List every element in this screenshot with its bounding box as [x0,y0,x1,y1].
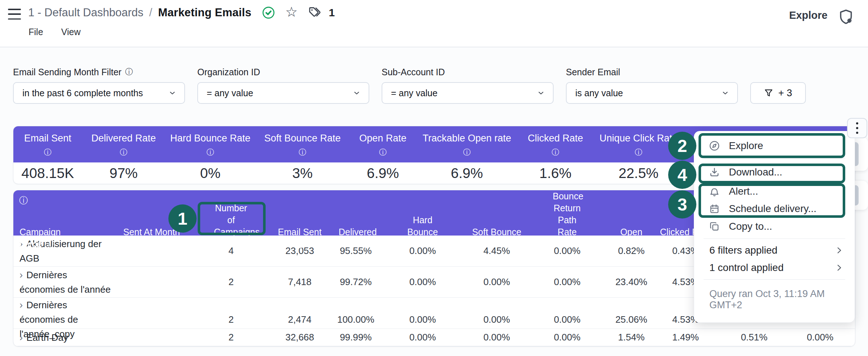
shield-gear-icon[interactable] [837,8,855,26]
info-icon: ⓘ [45,239,54,249]
menu-item-download[interactable]: Download... [694,162,855,183]
column-header-delivered-rate[interactable]: Delivered Rate ⓘ [330,190,382,255]
menu-item-explore[interactable]: Explore [694,136,855,156]
compass-icon [709,140,720,152]
email-sending-month-select[interactable]: in the past 6 complete months [13,82,185,104]
expand-chevron-icon[interactable]: › [20,332,23,343]
info-icon[interactable]: ⓘ [19,195,28,206]
info-icon[interactable]: ⓘ [125,67,133,77]
kpi-value-delivered-rate: 97% [82,165,165,181]
menu-file[interactable]: File [29,27,43,37]
top-bar: 1 - Default Dashboards / Marketing Email… [0,0,868,47]
filter-bar: Email Sending Month Filter ⓘ in the past… [13,67,806,104]
menu-divider [704,158,845,159]
kpi-header-clicked-rate: Clicked Rateⓘ [517,126,593,162]
kpi-header-email-sent: Email Sentⓘ [13,126,82,162]
filter-label: Email Sending Month Filter ⓘ [13,67,185,77]
menu-item-filters-applied[interactable]: 6 filters applied [694,242,855,259]
column-header-open-rate[interactable]: Open Rate ⓘ [604,190,658,255]
chevron-right-icon [834,263,844,272]
column-header-email-sent[interactable]: Email Sent ⓘ [270,190,330,255]
menu-item-alert[interactable]: Alert... [694,183,855,200]
hamburger-menu-icon[interactable] [8,9,21,20]
kpi-value-clicked-rate: 1.6% [517,165,593,181]
column-header-campaign-name[interactable]: Campaign name ⓘ [13,190,111,255]
query-timestamp: Query ran Oct 3, 11:19 AM GMT+2 [694,283,855,311]
info-icon: ⓘ [362,239,371,249]
filter-group-sub-account-id: Sub-Account ID = any value [382,67,554,104]
info-icon[interactable]: ⓘ [44,147,52,157]
tag-count: 1 [329,7,335,19]
table-row[interactable]: ›Earth Day 2 32,668 99.99% 0.00% 0.00% 0… [13,329,855,346]
breadcrumb-root[interactable]: 1 - Default Dashboards [28,6,143,19]
info-icon: ⓘ [681,239,690,249]
more-filters-button[interactable]: + 3 [750,82,806,104]
info-icon[interactable]: ⓘ [120,147,128,157]
tile-options-kebab-button[interactable] [847,118,867,138]
column-header-soft-bounce-rate[interactable]: Soft Bounce Rate ⓘ [463,190,530,255]
kpi-value-email-sent: 408.15K [13,165,82,181]
page-title: Marketing Emails [158,6,251,19]
info-icon[interactable]: ⓘ [552,147,559,157]
column-header-bounce-return-path-rate[interactable]: Bounce Return Path Rate ⓘ [530,190,604,255]
chevron-down-icon [353,89,361,97]
filter-group-email-sending-month: Email Sending Month Filter ⓘ in the past… [13,67,185,104]
info-icon: ⓘ [429,239,438,249]
info-icon[interactable]: ⓘ [207,147,214,157]
sort-desc-icon: ↓ [229,239,233,249]
kpi-header-delivered-rate: Delivered Rateⓘ [82,126,165,162]
dashboard-page: 1 - Default Dashboards / Marketing Email… [0,0,868,356]
column-header-hard-bounce-rate[interactable]: Hard Bounce Rate ⓘ [382,190,463,255]
filter-label: Sender Email [566,67,738,77]
favorite-star-icon[interactable]: ☆ [285,5,298,19]
info-icon: ⓘ [503,239,512,249]
filter-label: Organization ID [197,67,369,77]
info-icon[interactable]: ⓘ [299,147,306,157]
info-icon[interactable]: ⓘ [463,147,471,157]
column-header-sent-at-month[interactable]: Sent At Month ⓘ [111,190,192,255]
menu-divider [704,238,845,239]
info-icon: ⓘ [563,239,572,249]
kpi-header-trackable-open-rate: Trackable Open rateⓘ [416,126,517,162]
organization-id-select[interactable]: = any value [197,82,369,104]
filter-group-sender-email: Sender Email is any value [566,67,738,104]
menu-divider [704,279,845,280]
calendar-icon [709,203,720,215]
menu-item-controls-applied[interactable]: 1 control applied [694,259,855,276]
expand-chevron-icon[interactable]: › [20,300,23,310]
tile-context-menu: Explore Download... Alert... Schedule de… [694,131,855,323]
app-menubar: File View [29,27,81,37]
kpi-value-unique-click-rate: 22.5% [593,165,684,181]
kpi-value-hard-bounce-rate: 0% [165,165,255,181]
info-icon[interactable]: ⓘ [379,147,387,157]
funnel-icon [764,88,773,98]
bell-icon [709,186,720,197]
info-icon: ⓘ [147,239,156,249]
sender-email-select[interactable]: is any value [566,82,738,104]
expand-chevron-icon[interactable]: › [20,270,23,280]
kpi-value-trackable-open-rate: 6.9% [416,165,517,181]
filter-group-organization-id: Organization ID = any value [197,67,369,104]
menu-item-copy-to[interactable]: Copy to... [694,217,855,236]
info-icon: ⓘ [637,239,646,249]
chevron-down-icon [537,89,545,97]
kpi-header-hard-bounce-rate: Hard Bounce Rateⓘ [165,126,255,162]
column-header-number-of-campaigns[interactable]: Number of Campaigns ↓ [192,190,270,255]
tags-icon[interactable] [308,6,322,19]
menu-item-schedule-delivery[interactable]: Schedule delivery... [694,200,855,217]
copy-icon [709,221,720,232]
info-icon[interactable]: ⓘ [635,147,643,157]
kpi-header-unique-click-rate: Unique Click Rateⓘ [593,126,684,162]
menu-view[interactable]: View [61,27,81,37]
sub-account-id-select[interactable]: = any value [382,82,554,104]
chevron-down-icon [721,89,729,97]
explore-link[interactable]: Explore [789,9,828,21]
kpi-value-open-rate: 6.9% [349,165,416,181]
chevron-right-icon [834,246,844,255]
info-icon: ⓘ [295,239,304,249]
kpi-header-open-rate: Open Rateⓘ [349,126,416,162]
verified-check-icon [262,6,275,20]
kpi-value-soft-bounce-rate: 3% [255,165,349,181]
chevron-down-icon [168,89,176,97]
download-icon [709,166,720,178]
